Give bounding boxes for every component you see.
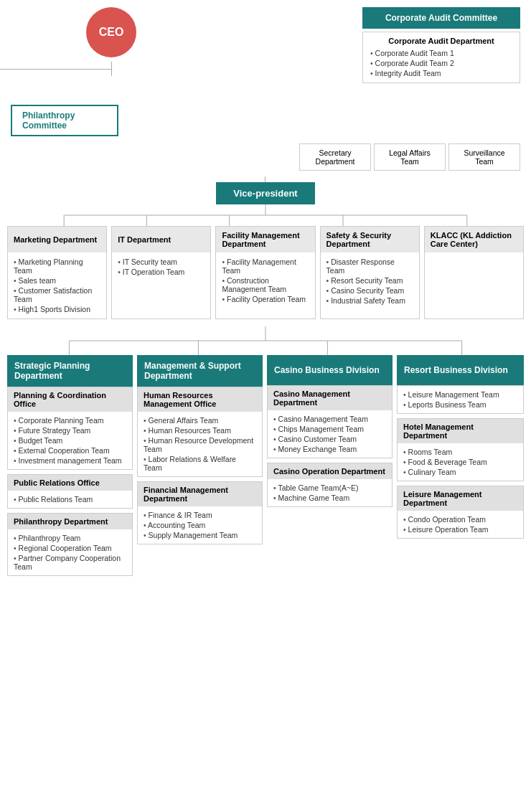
philanthropy-committee-box: Philanthropy Committee	[11, 105, 118, 136]
secretary-dept-box: Secretary Department	[299, 143, 371, 171]
list-item: Investment management Team	[14, 455, 126, 466]
direct-reports-row: Secretary Department Legal Affairs Team …	[4, 143, 527, 171]
list-item: Resort Security Team	[326, 275, 413, 285]
vp-box: Vice-president	[216, 182, 314, 204]
public-relations-body: Public Relations Team	[8, 491, 132, 508]
marketing-dept-box: Marketing Department Marketing Planning …	[7, 226, 107, 319]
planning-coordination-header: Planning & Coordination Office	[8, 387, 132, 412]
marketing-dept-body: Marketing Planning Team Sales team Custo…	[8, 252, 106, 318]
philanthropy-dept-header: Philanthropy Department	[8, 514, 132, 529]
safety-dept-header: Safety & Security Department	[321, 227, 419, 252]
list-item: IT Operation Team	[118, 267, 205, 277]
financial-mgmt-header: Financial Management Department	[138, 482, 262, 506]
it-dept-header: IT Department	[112, 227, 210, 252]
hr-office-header: Human Resources Management Office	[138, 387, 262, 412]
list-item: Leisure Management Team	[403, 390, 517, 400]
it-dept-body: IT Security team IT Operation Team	[112, 252, 210, 281]
facility-dept-header: Facility Management Department	[216, 227, 314, 252]
marketing-dept-header: Marketing Department	[8, 227, 106, 252]
list-item: Labor Relations & Welfare Team	[144, 454, 256, 473]
list-item: Table Game Team(A~E)	[273, 483, 386, 493]
list-item: Casino Customer Team	[273, 434, 386, 444]
top-section: CEO Philanthropy Committee Corporate Aud…	[4, 7, 527, 136]
list-item: Accounting Team	[144, 520, 256, 530]
bottom-section: Strategic Planning Department Planning &…	[4, 355, 527, 580]
list-item: Customer Satisfaction Team	[14, 285, 100, 304]
list-item: Machine Game Team	[273, 493, 386, 503]
public-relations-box: Public Relations Office Public Relations…	[7, 474, 133, 509]
casino-business-header: Casino Business Division	[267, 355, 393, 385]
list-item: Marketing Planning Team	[14, 257, 100, 275]
list-item: Facility Management Team	[222, 257, 309, 275]
list-item: Public Relations Team	[14, 494, 126, 504]
list-item: Casino Security Team	[326, 285, 413, 296]
ceo-column: CEO Philanthropy Committee	[11, 7, 212, 136]
planning-coordination-body: Corporate Planning Team Future Strategy …	[8, 412, 132, 469]
casino-mgmt-header: Casino Management Department	[268, 386, 392, 410]
list-item: IT Security team	[118, 257, 205, 267]
management-support-header: Management & Support Department	[137, 355, 263, 387]
hr-office-body: General Affairs Team Human Resources Tea…	[138, 412, 262, 476]
safety-dept-box: Safety & Security Department Disaster Re…	[320, 226, 420, 319]
financial-mgmt-box: Financial Management Department Finance …	[137, 481, 263, 544]
philanthropy-dept-box: Philanthropy Department Philanthropy Tea…	[7, 513, 133, 576]
casino-mgmt-box: Casino Management Department Casino Mana…	[267, 385, 393, 458]
ceo-node: CEO	[86, 7, 136, 57]
hotel-mgmt-header: Hotel Management Department	[398, 419, 523, 443]
hotel-mgmt-body: Rooms Team Food & Beverage Team Culinary…	[398, 443, 523, 481]
safety-dept-body: Disaster Response Team Resort Security T…	[321, 252, 419, 310]
financial-mgmt-body: Finance & IR Team Accounting Team Supply…	[138, 506, 262, 544]
casino-mgmt-body: Casino Management Team Chips Management …	[268, 410, 392, 458]
resort-direct-teams-box: Leisure Management Team Leports Business…	[397, 385, 524, 414]
bottom-connector-svg	[7, 326, 524, 355]
facility-dept-body: Facility Management Team Construction Ma…	[216, 252, 314, 308]
hotel-mgmt-box: Hotel Management Department Rooms Team F…	[397, 418, 524, 481]
list-item: Chips Management Team	[273, 424, 386, 434]
vp-connector-svg	[7, 204, 524, 226]
list-item: Partner Company Cooperation Team	[14, 553, 126, 572]
list-item: Leisure Operation Team	[403, 524, 517, 534]
audit-column: Corporate Audit Committee Corporate Audi…	[362, 7, 520, 86]
leisure-mgmt-header: Leisure Management Department	[398, 486, 523, 511]
list-item: Human Resource Development Team	[144, 435, 256, 454]
list-item: Rooms Team	[403, 447, 517, 457]
resort-direct-teams-body: Leisure Management Team Leports Business…	[398, 386, 523, 413]
list-item: External Cooperation Team	[14, 445, 126, 455]
klacc-header: KLACC (KL Addiction Care Center)	[425, 227, 523, 252]
management-support-column: Management & Support Department Human Re…	[137, 355, 263, 580]
corporate-audit-dept-title: Corporate Audit Department	[370, 37, 512, 45]
org-chart: CEO Philanthropy Committee Corporate Aud…	[0, 0, 531, 587]
list-item: Culinary Team	[403, 467, 517, 477]
it-dept-box: IT Department IT Security team IT Operat…	[111, 226, 211, 319]
dept-row-1: Marketing Department Marketing Planning …	[4, 226, 527, 319]
list-item: Corporate Audit Team 2	[370, 58, 512, 68]
list-item: Supply Management Team	[144, 530, 256, 540]
list-item: Food & Beverage Team	[403, 457, 517, 467]
list-item: Facility Operation Team	[222, 294, 309, 304]
list-item: High1 Sports Division	[14, 304, 100, 314]
list-item: Regional Cooperation Team	[14, 543, 126, 553]
list-item: General Affairs Team	[144, 415, 256, 425]
klacc-box: KLACC (KL Addiction Care Center)	[424, 226, 524, 319]
casino-operation-header: Casino Operation Department	[268, 463, 392, 479]
list-item: Human Resources Team	[144, 425, 256, 435]
list-item: Philanthropy Team	[14, 533, 126, 543]
list-item: Construction Management Team	[222, 275, 309, 294]
resort-business-header: Resort Business Division	[397, 355, 524, 385]
legal-affairs-box: Legal Affairs Team	[374, 143, 446, 171]
philanthropy-dept-body: Philanthropy Team Regional Cooperation T…	[8, 529, 132, 575]
casino-operation-box: Casino Operation Department Table Game T…	[267, 463, 393, 507]
strategic-planning-column: Strategic Planning Department Planning &…	[7, 355, 133, 580]
list-item: Money Exchange Team	[273, 444, 386, 454]
leisure-mgmt-body: Condo Operation Team Leisure Operation T…	[398, 511, 523, 538]
leisure-mgmt-box: Leisure Management Department Condo Oper…	[397, 486, 524, 539]
surveillance-box: Surveillance Team	[448, 143, 520, 171]
list-item: Casino Management Team	[273, 414, 386, 424]
corporate-audit-committee-box: Corporate Audit Committee	[362, 7, 520, 29]
corporate-audit-dept-box: Corporate Audit Department Corporate Aud…	[362, 32, 520, 83]
casino-operation-body: Table Game Team(A~E) Machine Game Team	[268, 479, 392, 506]
list-item: Corporate Planning Team	[14, 415, 126, 425]
list-item: Corporate Audit Team 1	[370, 48, 512, 58]
list-item: Disaster Response Team	[326, 257, 413, 275]
facility-dept-box: Facility Management Department Facility …	[215, 226, 315, 319]
